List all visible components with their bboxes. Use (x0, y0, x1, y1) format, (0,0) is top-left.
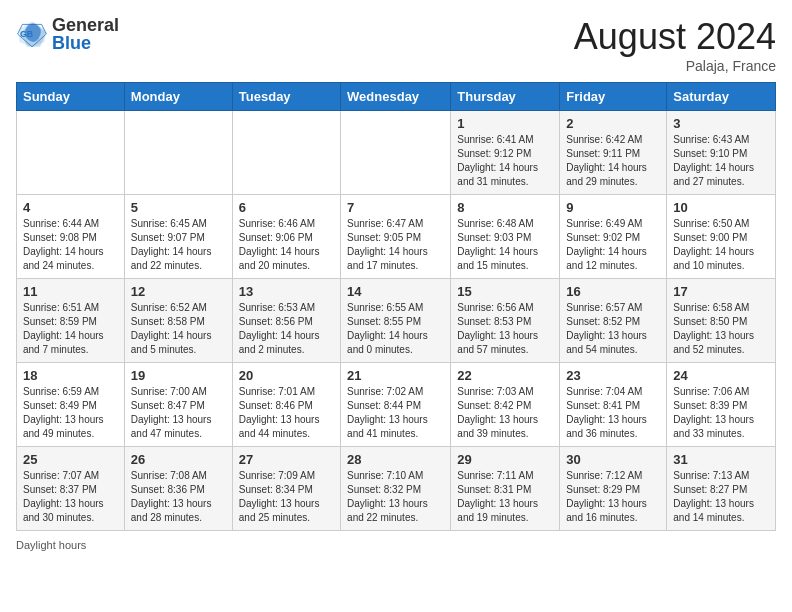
calendar-week-3: 11Sunrise: 6:51 AMSunset: 8:59 PMDayligh… (17, 279, 776, 363)
day-number: 22 (457, 368, 553, 383)
day-info: Sunrise: 6:44 AMSunset: 9:08 PMDaylight:… (23, 217, 118, 273)
day-info: Sunrise: 7:13 AMSunset: 8:27 PMDaylight:… (673, 469, 769, 525)
day-number: 21 (347, 368, 444, 383)
calendar-cell: 23Sunrise: 7:04 AMSunset: 8:41 PMDayligh… (560, 363, 667, 447)
calendar-cell: 7Sunrise: 6:47 AMSunset: 9:05 PMDaylight… (341, 195, 451, 279)
day-info: Sunrise: 6:47 AMSunset: 9:05 PMDaylight:… (347, 217, 444, 273)
day-info: Sunrise: 6:57 AMSunset: 8:52 PMDaylight:… (566, 301, 660, 357)
page-header: GB General Blue August 2024 Palaja, Fran… (16, 16, 776, 74)
day-info: Sunrise: 6:46 AMSunset: 9:06 PMDaylight:… (239, 217, 334, 273)
day-number: 5 (131, 200, 226, 215)
day-number: 29 (457, 452, 553, 467)
day-info: Sunrise: 6:41 AMSunset: 9:12 PMDaylight:… (457, 133, 553, 189)
calendar-cell: 24Sunrise: 7:06 AMSunset: 8:39 PMDayligh… (667, 363, 776, 447)
day-header-thursday: Thursday (451, 83, 560, 111)
day-info: Sunrise: 7:04 AMSunset: 8:41 PMDaylight:… (566, 385, 660, 441)
calendar-cell: 2Sunrise: 6:42 AMSunset: 9:11 PMDaylight… (560, 111, 667, 195)
day-info: Sunrise: 6:48 AMSunset: 9:03 PMDaylight:… (457, 217, 553, 273)
calendar-cell: 28Sunrise: 7:10 AMSunset: 8:32 PMDayligh… (341, 447, 451, 531)
day-number: 19 (131, 368, 226, 383)
calendar-cell: 30Sunrise: 7:12 AMSunset: 8:29 PMDayligh… (560, 447, 667, 531)
day-number: 16 (566, 284, 660, 299)
day-number: 1 (457, 116, 553, 131)
calendar-cell: 12Sunrise: 6:52 AMSunset: 8:58 PMDayligh… (124, 279, 232, 363)
calendar-cell: 8Sunrise: 6:48 AMSunset: 9:03 PMDaylight… (451, 195, 560, 279)
day-header-wednesday: Wednesday (341, 83, 451, 111)
day-number: 17 (673, 284, 769, 299)
day-info: Sunrise: 7:03 AMSunset: 8:42 PMDaylight:… (457, 385, 553, 441)
calendar-cell (124, 111, 232, 195)
calendar-cell: 10Sunrise: 6:50 AMSunset: 9:00 PMDayligh… (667, 195, 776, 279)
day-info: Sunrise: 6:51 AMSunset: 8:59 PMDaylight:… (23, 301, 118, 357)
day-number: 20 (239, 368, 334, 383)
day-info: Sunrise: 7:00 AMSunset: 8:47 PMDaylight:… (131, 385, 226, 441)
day-number: 9 (566, 200, 660, 215)
day-number: 8 (457, 200, 553, 215)
calendar-header-row: SundayMondayTuesdayWednesdayThursdayFrid… (17, 83, 776, 111)
calendar-cell: 3Sunrise: 6:43 AMSunset: 9:10 PMDaylight… (667, 111, 776, 195)
calendar-cell: 31Sunrise: 7:13 AMSunset: 8:27 PMDayligh… (667, 447, 776, 531)
day-info: Sunrise: 7:08 AMSunset: 8:36 PMDaylight:… (131, 469, 226, 525)
day-number: 24 (673, 368, 769, 383)
calendar-cell: 22Sunrise: 7:03 AMSunset: 8:42 PMDayligh… (451, 363, 560, 447)
logo: GB General Blue (16, 16, 119, 52)
day-number: 12 (131, 284, 226, 299)
calendar-cell: 16Sunrise: 6:57 AMSunset: 8:52 PMDayligh… (560, 279, 667, 363)
calendar-cell (17, 111, 125, 195)
day-number: 31 (673, 452, 769, 467)
calendar-cell: 18Sunrise: 6:59 AMSunset: 8:49 PMDayligh… (17, 363, 125, 447)
day-info: Sunrise: 7:11 AMSunset: 8:31 PMDaylight:… (457, 469, 553, 525)
svg-text:GB: GB (20, 29, 33, 39)
calendar-cell: 15Sunrise: 6:56 AMSunset: 8:53 PMDayligh… (451, 279, 560, 363)
day-number: 27 (239, 452, 334, 467)
day-header-monday: Monday (124, 83, 232, 111)
day-header-tuesday: Tuesday (232, 83, 340, 111)
calendar-week-1: 1Sunrise: 6:41 AMSunset: 9:12 PMDaylight… (17, 111, 776, 195)
day-number: 11 (23, 284, 118, 299)
calendar-cell: 6Sunrise: 6:46 AMSunset: 9:06 PMDaylight… (232, 195, 340, 279)
calendar-cell: 13Sunrise: 6:53 AMSunset: 8:56 PMDayligh… (232, 279, 340, 363)
calendar-cell: 1Sunrise: 6:41 AMSunset: 9:12 PMDaylight… (451, 111, 560, 195)
day-info: Sunrise: 7:10 AMSunset: 8:32 PMDaylight:… (347, 469, 444, 525)
day-number: 7 (347, 200, 444, 215)
calendar-cell: 25Sunrise: 7:07 AMSunset: 8:37 PMDayligh… (17, 447, 125, 531)
day-info: Sunrise: 7:09 AMSunset: 8:34 PMDaylight:… (239, 469, 334, 525)
day-info: Sunrise: 6:50 AMSunset: 9:00 PMDaylight:… (673, 217, 769, 273)
calendar-week-5: 25Sunrise: 7:07 AMSunset: 8:37 PMDayligh… (17, 447, 776, 531)
day-info: Sunrise: 6:53 AMSunset: 8:56 PMDaylight:… (239, 301, 334, 357)
calendar-cell (232, 111, 340, 195)
day-number: 28 (347, 452, 444, 467)
day-number: 4 (23, 200, 118, 215)
daylight-hours-label: Daylight hours (16, 539, 86, 551)
day-number: 6 (239, 200, 334, 215)
day-number: 13 (239, 284, 334, 299)
calendar-cell: 9Sunrise: 6:49 AMSunset: 9:02 PMDaylight… (560, 195, 667, 279)
day-number: 15 (457, 284, 553, 299)
title-block: August 2024 Palaja, France (574, 16, 776, 74)
day-number: 14 (347, 284, 444, 299)
day-number: 25 (23, 452, 118, 467)
day-info: Sunrise: 7:07 AMSunset: 8:37 PMDaylight:… (23, 469, 118, 525)
day-number: 23 (566, 368, 660, 383)
calendar-footer: Daylight hours (16, 539, 776, 551)
calendar-cell: 14Sunrise: 6:55 AMSunset: 8:55 PMDayligh… (341, 279, 451, 363)
day-info: Sunrise: 6:58 AMSunset: 8:50 PMDaylight:… (673, 301, 769, 357)
calendar-cell: 4Sunrise: 6:44 AMSunset: 9:08 PMDaylight… (17, 195, 125, 279)
calendar-week-4: 18Sunrise: 6:59 AMSunset: 8:49 PMDayligh… (17, 363, 776, 447)
calendar-table: SundayMondayTuesdayWednesdayThursdayFrid… (16, 82, 776, 531)
day-info: Sunrise: 6:55 AMSunset: 8:55 PMDaylight:… (347, 301, 444, 357)
day-info: Sunrise: 7:12 AMSunset: 8:29 PMDaylight:… (566, 469, 660, 525)
day-info: Sunrise: 6:52 AMSunset: 8:58 PMDaylight:… (131, 301, 226, 357)
calendar-cell: 21Sunrise: 7:02 AMSunset: 8:44 PMDayligh… (341, 363, 451, 447)
day-info: Sunrise: 6:43 AMSunset: 9:10 PMDaylight:… (673, 133, 769, 189)
calendar-cell: 26Sunrise: 7:08 AMSunset: 8:36 PMDayligh… (124, 447, 232, 531)
day-header-friday: Friday (560, 83, 667, 111)
calendar-cell: 17Sunrise: 6:58 AMSunset: 8:50 PMDayligh… (667, 279, 776, 363)
day-info: Sunrise: 6:42 AMSunset: 9:11 PMDaylight:… (566, 133, 660, 189)
calendar-cell: 5Sunrise: 6:45 AMSunset: 9:07 PMDaylight… (124, 195, 232, 279)
day-number: 3 (673, 116, 769, 131)
calendar-cell: 29Sunrise: 7:11 AMSunset: 8:31 PMDayligh… (451, 447, 560, 531)
calendar-cell (341, 111, 451, 195)
day-header-saturday: Saturday (667, 83, 776, 111)
day-number: 30 (566, 452, 660, 467)
